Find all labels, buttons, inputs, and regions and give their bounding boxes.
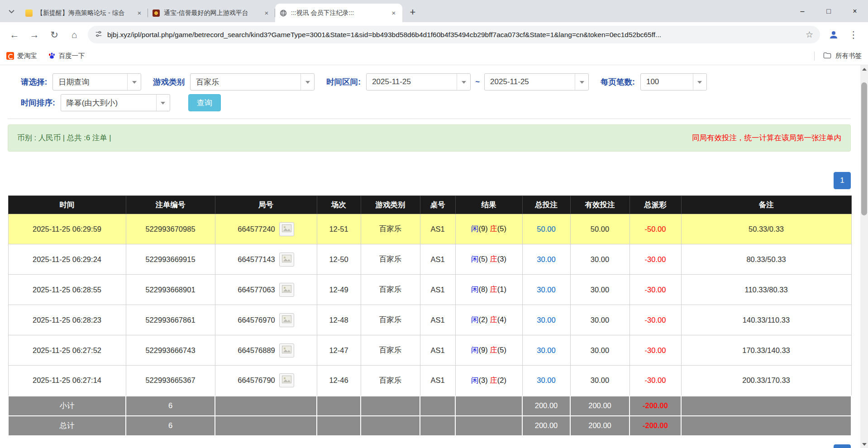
- chevron-down-icon[interactable]: [300, 74, 314, 90]
- cell-table-no: AS1: [420, 244, 455, 275]
- cell-table-no: AS1: [420, 305, 455, 335]
- chevron-down-icon[interactable]: [127, 74, 141, 90]
- round-video-button[interactable]: [279, 222, 294, 236]
- bookmark-label: 爱淘宝: [17, 52, 37, 60]
- cell-valid-bet: 30.00: [570, 305, 630, 335]
- window-minimize-button[interactable]: –: [789, 0, 816, 22]
- address-bar[interactable]: bjbj.xyz/ipl/portal.php/game/betrecord_s…: [88, 26, 820, 43]
- window-close-button[interactable]: ×: [842, 0, 868, 22]
- col-remark: 备注: [681, 196, 851, 214]
- bookmark-taobao[interactable]: 爱淘宝: [6, 52, 37, 60]
- browser-tab-2[interactable]: 通宝-信誉最好的网上游戏平台 ×: [148, 4, 275, 22]
- profile-icon[interactable]: [825, 26, 843, 44]
- table-row: 2025-11-25 06:27:52522993666743664576889…: [8, 335, 851, 366]
- back-button[interactable]: ←: [5, 26, 24, 44]
- cell-payout: -30.00: [630, 275, 681, 305]
- cell-session: 12-50: [317, 244, 361, 275]
- chevron-down-icon[interactable]: [156, 95, 170, 111]
- forward-button[interactable]: →: [25, 26, 43, 44]
- summary-bar: 币别 : 人民币 | 总共 :6 注单 | 同局有效投注，统一计算在该局第一张注…: [8, 124, 851, 152]
- total-label: 总计: [8, 416, 126, 436]
- browser-tab-3-active[interactable]: :::视讯 会员下注纪录::: ×: [275, 4, 402, 22]
- cell-time: 2025-11-25 06:29:59: [8, 214, 126, 244]
- url-text[interactable]: bjbj.xyz/ipl/portal.php/game/betrecord_s…: [107, 31, 801, 39]
- baidu-paw-icon: [48, 52, 56, 61]
- cell-payout: -50.00: [630, 214, 681, 244]
- query-type-select[interactable]: 日期查询: [52, 73, 141, 91]
- browser-tab-1[interactable]: 【新提醒】海燕策略论坛 - 综合 ×: [21, 4, 148, 22]
- date-to-select[interactable]: 2025-11-25: [484, 73, 589, 91]
- cell-result: 闲(9) 庄(5): [455, 335, 522, 366]
- table-row: 2025-11-25 06:28:55522993668901664577063…: [8, 275, 851, 305]
- cell-session: 12-48: [317, 305, 361, 335]
- tab-1-close-icon[interactable]: ×: [135, 9, 143, 17]
- round-video-button[interactable]: [279, 373, 294, 387]
- cell-round-id: 664577240: [215, 214, 317, 244]
- date-from-select[interactable]: 2025-11-25: [366, 73, 471, 91]
- video-thumbnail-icon: [282, 224, 291, 234]
- sort-order-select[interactable]: 降幂(由大到小): [61, 94, 170, 111]
- chevron-down-icon[interactable]: [575, 74, 588, 90]
- home-button[interactable]: ⌂: [65, 26, 83, 44]
- scrollbar-down-arrow[interactable]: [860, 440, 868, 448]
- tab-1-title: 【新提醒】海燕策略论坛 - 综合: [37, 9, 132, 17]
- round-video-button[interactable]: [279, 313, 294, 327]
- page-1-button[interactable]: 1: [834, 172, 851, 189]
- subtotal-total-bet: 200.00: [522, 396, 570, 416]
- bookmark-baidu[interactable]: 百度一下: [48, 52, 85, 61]
- cell-round-id: 664577063: [215, 275, 317, 305]
- scrollbar-up-arrow[interactable]: [860, 65, 868, 73]
- chevron-down-icon[interactable]: [457, 74, 470, 90]
- video-thumbnail-icon: [282, 346, 291, 355]
- cell-total-bet: 50.00: [522, 214, 570, 244]
- page-1-button-bottom[interactable]: 1: [834, 444, 851, 448]
- cell-result: 闲(8) 庄(1): [455, 275, 522, 305]
- game-type-select[interactable]: 百家乐: [190, 73, 315, 91]
- subtotal-count: 6: [126, 396, 215, 416]
- notice-text: 同局有效投注，统一计算在该局第一张注单内: [692, 133, 841, 143]
- cell-total-bet: 30.00: [522, 366, 570, 396]
- page-content: 请选择: 日期查询 游戏类别 百家乐 时间区间: 2025-11-25: [0, 65, 868, 448]
- round-video-button[interactable]: [279, 253, 294, 267]
- date-range-label: 时间区间:: [326, 76, 361, 87]
- query-type-label: 请选择:: [21, 76, 47, 87]
- bookmark-label: 百度一下: [59, 52, 85, 60]
- date-range-separator: ~: [475, 77, 480, 86]
- cell-remark: 140.33/110.33: [681, 305, 851, 335]
- cell-bet-id: 522993669915: [126, 244, 215, 275]
- round-video-button[interactable]: [279, 283, 294, 297]
- table-row: 2025-11-25 06:27:14522993665367664576790…: [8, 366, 851, 396]
- video-thumbnail-icon: [282, 315, 291, 325]
- tab-3-close-icon[interactable]: ×: [390, 9, 398, 17]
- vertical-scrollbar[interactable]: [860, 65, 868, 448]
- round-video-button[interactable]: [279, 343, 294, 357]
- scrollbar-thumb[interactable]: [861, 82, 867, 215]
- tab-search-chevron-icon[interactable]: [5, 5, 18, 18]
- cell-table-no: AS1: [420, 275, 455, 305]
- window-maximize-button[interactable]: □: [816, 0, 842, 22]
- reload-button[interactable]: ↻: [45, 26, 63, 44]
- browser-menu-icon[interactable]: ⋮: [844, 26, 863, 44]
- cell-valid-bet: 30.00: [570, 335, 630, 366]
- tab-2-title: 通宝-信誉最好的网上游戏平台: [164, 9, 259, 17]
- video-thumbnail-icon: [282, 285, 291, 295]
- all-bookmarks-label[interactable]: 所有书签: [835, 52, 862, 60]
- site-settings-icon[interactable]: [95, 30, 103, 40]
- tab-2-close-icon[interactable]: ×: [262, 9, 271, 17]
- bookmark-star-icon[interactable]: ☆: [806, 29, 813, 40]
- chevron-down-icon[interactable]: [693, 74, 706, 90]
- search-button[interactable]: 查询: [188, 94, 221, 111]
- subtotal-row: 小计 6 200.00 200.00 -200.00: [8, 396, 851, 416]
- col-result: 结果: [455, 196, 522, 214]
- page-size-select[interactable]: 100: [640, 73, 707, 91]
- total-total-bet: 200.00: [522, 416, 570, 436]
- table-header-row: 时间 注单编号 局号 场次 游戏类别 桌号 结果 总投注 有效投注 总派彩 备注: [8, 196, 851, 214]
- window-controls: – □ ×: [789, 0, 868, 22]
- cell-result: 闲(3) 庄(2): [455, 366, 522, 396]
- new-tab-button[interactable]: +: [406, 5, 420, 19]
- col-bet-id: 注单编号: [126, 196, 215, 214]
- video-thumbnail-icon: [282, 376, 291, 385]
- cell-valid-bet: 50.00: [570, 214, 630, 244]
- cell-game-type: 百家乐: [361, 214, 420, 244]
- cell-remark: 170.33/140.33: [681, 335, 851, 366]
